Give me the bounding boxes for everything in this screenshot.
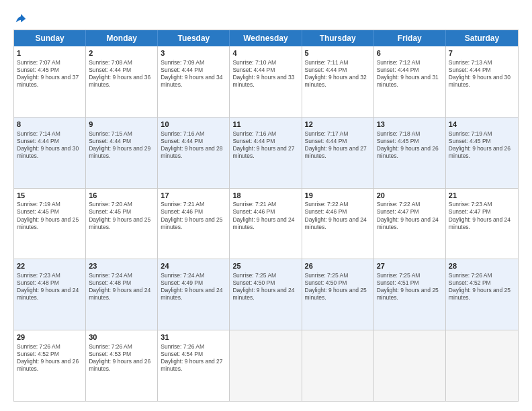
day-number: 25 (232, 261, 298, 271)
day-info: Sunrise: 7:24 AM Sunset: 4:48 PM Dayligh… (89, 272, 154, 302)
weekday-header-thursday: Thursday (302, 30, 374, 46)
day-info: Sunrise: 7:26 AM Sunset: 4:52 PM Dayligh… (17, 343, 83, 373)
day-info: Sunrise: 7:12 AM Sunset: 4:44 PM Dayligh… (377, 59, 443, 89)
weekday-header-saturday: Saturday (446, 30, 518, 46)
weekday-header-wednesday: Wednesday (230, 30, 302, 46)
day-number: 31 (161, 332, 226, 342)
day-info: Sunrise: 7:14 AM Sunset: 4:44 PM Dayligh… (17, 130, 83, 160)
calendar-cell: 6Sunrise: 7:12 AM Sunset: 4:44 PM Daylig… (374, 46, 446, 117)
weekday-header-monday: Monday (86, 30, 158, 46)
calendar-cell: 15Sunrise: 7:19 AM Sunset: 4:45 PM Dayli… (14, 189, 86, 259)
calendar-cell: 2Sunrise: 7:08 AM Sunset: 4:44 PM Daylig… (86, 46, 158, 117)
day-number: 3 (161, 48, 226, 58)
calendar-cell: 17Sunrise: 7:21 AM Sunset: 4:46 PM Dayli… (158, 189, 230, 259)
calendar-cell: 3Sunrise: 7:09 AM Sunset: 4:44 PM Daylig… (158, 46, 230, 117)
day-number: 5 (305, 48, 371, 58)
calendar-cell: 8Sunrise: 7:14 AM Sunset: 4:44 PM Daylig… (14, 118, 86, 188)
day-info: Sunrise: 7:24 AM Sunset: 4:49 PM Dayligh… (161, 272, 226, 302)
day-info: Sunrise: 7:13 AM Sunset: 4:44 PM Dayligh… (449, 59, 515, 89)
calendar-body: 1Sunrise: 7:07 AM Sunset: 4:45 PM Daylig… (14, 46, 518, 401)
day-info: Sunrise: 7:09 AM Sunset: 4:44 PM Dayligh… (161, 59, 226, 89)
weekday-header-sunday: Sunday (14, 30, 86, 46)
calendar-cell: 22Sunrise: 7:23 AM Sunset: 4:48 PM Dayli… (14, 259, 86, 330)
calendar-cell: 24Sunrise: 7:24 AM Sunset: 4:49 PM Dayli… (158, 259, 230, 330)
day-info: Sunrise: 7:26 AM Sunset: 4:52 PM Dayligh… (449, 272, 515, 302)
calendar-cell: 30Sunrise: 7:26 AM Sunset: 4:53 PM Dayli… (86, 330, 158, 401)
day-info: Sunrise: 7:25 AM Sunset: 4:50 PM Dayligh… (232, 272, 298, 302)
day-info: Sunrise: 7:11 AM Sunset: 4:44 PM Dayligh… (305, 59, 371, 89)
day-info: Sunrise: 7:15 AM Sunset: 4:44 PM Dayligh… (89, 130, 154, 160)
day-number: 8 (17, 120, 83, 130)
day-info: Sunrise: 7:16 AM Sunset: 4:44 PM Dayligh… (161, 130, 226, 160)
day-number: 11 (232, 120, 298, 130)
day-info: Sunrise: 7:18 AM Sunset: 4:45 PM Dayligh… (377, 130, 443, 160)
day-number: 20 (377, 191, 443, 201)
day-number: 27 (377, 261, 443, 271)
day-info: Sunrise: 7:17 AM Sunset: 4:44 PM Dayligh… (305, 130, 371, 160)
calendar-cell: 25Sunrise: 7:25 AM Sunset: 4:50 PM Dayli… (230, 259, 302, 330)
day-number: 7 (449, 48, 515, 58)
day-info: Sunrise: 7:19 AM Sunset: 4:45 PM Dayligh… (449, 130, 515, 160)
day-info: Sunrise: 7:19 AM Sunset: 4:45 PM Dayligh… (17, 201, 83, 230)
calendar-cell: 29Sunrise: 7:26 AM Sunset: 4:52 PM Dayli… (14, 330, 86, 401)
calendar-cell: 27Sunrise: 7:25 AM Sunset: 4:51 PM Dayli… (374, 259, 446, 330)
day-info: Sunrise: 7:23 AM Sunset: 4:47 PM Dayligh… (449, 201, 515, 230)
day-number: 17 (161, 191, 226, 201)
day-info: Sunrise: 7:25 AM Sunset: 4:50 PM Dayligh… (305, 272, 371, 302)
day-number: 1 (17, 48, 83, 58)
calendar-cell: 1Sunrise: 7:07 AM Sunset: 4:45 PM Daylig… (14, 46, 86, 117)
calendar-cell: 14Sunrise: 7:19 AM Sunset: 4:45 PM Dayli… (446, 118, 518, 188)
day-info: Sunrise: 7:08 AM Sunset: 4:44 PM Dayligh… (89, 59, 154, 89)
day-number: 4 (232, 48, 298, 58)
calendar-cell (374, 330, 446, 401)
day-info: Sunrise: 7:21 AM Sunset: 4:46 PM Dayligh… (161, 201, 226, 230)
calendar-cell: 4Sunrise: 7:10 AM Sunset: 4:44 PM Daylig… (230, 46, 302, 117)
day-number: 13 (377, 120, 443, 130)
day-info: Sunrise: 7:07 AM Sunset: 4:45 PM Dayligh… (17, 59, 83, 89)
calendar-row-4: 29Sunrise: 7:26 AM Sunset: 4:52 PM Dayli… (14, 330, 518, 401)
calendar-cell: 16Sunrise: 7:20 AM Sunset: 4:45 PM Dayli… (86, 189, 158, 259)
day-info: Sunrise: 7:23 AM Sunset: 4:48 PM Dayligh… (17, 272, 83, 302)
calendar-cell: 21Sunrise: 7:23 AM Sunset: 4:47 PM Dayli… (446, 189, 518, 259)
day-number: 9 (89, 120, 154, 130)
calendar-row-0: 1Sunrise: 7:07 AM Sunset: 4:45 PM Daylig… (14, 46, 518, 118)
day-number: 15 (17, 191, 83, 201)
day-number: 18 (232, 191, 298, 201)
calendar-cell: 12Sunrise: 7:17 AM Sunset: 4:44 PM Dayli… (302, 118, 374, 188)
day-number: 29 (17, 332, 83, 342)
calendar-cell: 19Sunrise: 7:22 AM Sunset: 4:46 PM Dayli… (302, 189, 374, 259)
day-number: 2 (89, 48, 154, 58)
weekday-header-tuesday: Tuesday (158, 30, 230, 46)
calendar-cell: 10Sunrise: 7:16 AM Sunset: 4:44 PM Dayli… (158, 118, 230, 188)
logo-wave-icon (15, 12, 27, 24)
day-number: 19 (305, 191, 371, 201)
calendar-row-2: 15Sunrise: 7:19 AM Sunset: 4:45 PM Dayli… (14, 189, 518, 260)
day-number: 24 (161, 261, 226, 271)
calendar-cell: 11Sunrise: 7:16 AM Sunset: 4:44 PM Dayli… (230, 118, 302, 188)
calendar-cell (302, 330, 374, 401)
calendar-header: SundayMondayTuesdayWednesdayThursdayFrid… (14, 30, 518, 46)
day-info: Sunrise: 7:25 AM Sunset: 4:51 PM Dayligh… (377, 272, 443, 302)
calendar-row-3: 22Sunrise: 7:23 AM Sunset: 4:48 PM Dayli… (14, 259, 518, 330)
day-number: 22 (17, 261, 83, 271)
day-number: 10 (161, 120, 226, 130)
day-number: 26 (305, 261, 371, 271)
calendar-cell: 7Sunrise: 7:13 AM Sunset: 4:44 PM Daylig… (446, 46, 518, 117)
calendar-cell (446, 330, 518, 401)
day-info: Sunrise: 7:22 AM Sunset: 4:46 PM Dayligh… (305, 201, 371, 230)
day-number: 30 (89, 332, 154, 342)
calendar-cell: 18Sunrise: 7:21 AM Sunset: 4:46 PM Dayli… (230, 189, 302, 259)
day-number: 21 (449, 191, 515, 201)
page: SundayMondayTuesdayWednesdayThursdayFrid… (0, 0, 532, 411)
calendar: SundayMondayTuesdayWednesdayThursdayFrid… (13, 30, 519, 402)
calendar-cell: 20Sunrise: 7:22 AM Sunset: 4:47 PM Dayli… (374, 189, 446, 259)
calendar-cell: 26Sunrise: 7:25 AM Sunset: 4:50 PM Dayli… (302, 259, 374, 330)
day-number: 6 (377, 48, 443, 58)
day-number: 28 (449, 261, 515, 271)
calendar-row-1: 8Sunrise: 7:14 AM Sunset: 4:44 PM Daylig… (14, 118, 518, 189)
day-info: Sunrise: 7:20 AM Sunset: 4:45 PM Dayligh… (89, 201, 154, 230)
header (13, 12, 519, 23)
calendar-cell: 9Sunrise: 7:15 AM Sunset: 4:44 PM Daylig… (86, 118, 158, 188)
logo (13, 12, 27, 23)
day-info: Sunrise: 7:26 AM Sunset: 4:54 PM Dayligh… (161, 343, 226, 373)
